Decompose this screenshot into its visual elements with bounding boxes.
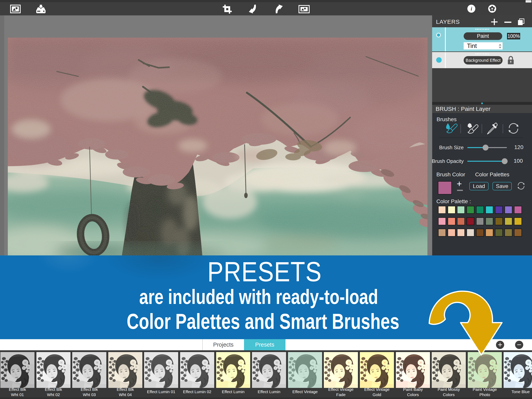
svg-text:i: i <box>471 6 472 12</box>
